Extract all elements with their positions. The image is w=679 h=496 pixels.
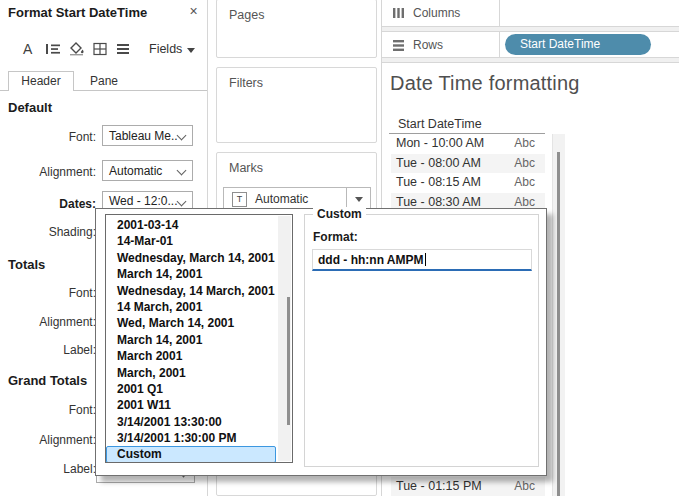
section-grand-totals-heading: Grand Totals xyxy=(8,373,87,388)
gt-alignment-label: Alignment: xyxy=(0,433,96,447)
format-panel-title: Format Start DateTime xyxy=(8,5,147,20)
list-item[interactable]: 2001 W11 xyxy=(106,397,276,413)
table-rows: Mon - 10:00 AMAbc Tue - 08:00 AMAbc Tue … xyxy=(391,134,545,212)
list-item[interactable]: Wed, March 14, 2001 xyxy=(106,315,276,331)
shading-bucket-icon[interactable] xyxy=(68,40,86,57)
chevron-down-icon xyxy=(177,197,187,207)
columns-shelf-label-area: Columns xyxy=(382,0,500,26)
list-item[interactable]: Wednesday, 14 March, 2001 xyxy=(106,283,276,299)
custom-group-legend: Custom xyxy=(313,207,366,221)
list-item[interactable]: 2001-03-14 xyxy=(106,217,276,233)
marks-label: Marks xyxy=(229,161,263,175)
start-datetime-pill[interactable]: Start DateTime xyxy=(505,34,651,55)
rows-label: Rows xyxy=(413,38,443,52)
fields-dropdown[interactable]: Fields xyxy=(149,42,195,56)
dropdown-caret-icon xyxy=(355,197,363,202)
font-icon[interactable]: A xyxy=(23,40,32,57)
table-scrollbar-thumb[interactable] xyxy=(557,152,560,496)
table-row[interactable]: Tue - 08:15 AMAbc xyxy=(391,173,545,193)
text-mark-icon: T xyxy=(232,192,247,207)
dates-label: Dates: xyxy=(0,197,96,211)
list-item[interactable]: 3/14/2001 1:30:00 PM xyxy=(106,430,276,446)
list-item[interactable]: Wednesday, March 14, 2001 xyxy=(106,250,276,266)
text-caret xyxy=(425,253,426,266)
chevron-down-icon xyxy=(177,131,187,141)
font-label: Font: xyxy=(0,130,96,144)
list-item[interactable]: 3/14/2001 13:30:00 xyxy=(106,414,276,430)
table-row[interactable]: Tue - 08:00 AMAbc xyxy=(391,154,545,174)
list-item[interactable]: March 14, 2001 xyxy=(106,332,276,348)
table-column-header[interactable]: Start DateTime xyxy=(398,117,482,131)
alignment-label: Alignment: xyxy=(0,165,96,179)
gt-label-label: Label: xyxy=(0,462,96,476)
columns-icon xyxy=(392,7,405,19)
fields-caret-icon xyxy=(187,48,195,53)
list-item[interactable]: March 2001 xyxy=(106,348,276,364)
filters-card[interactable]: Filters xyxy=(216,67,377,143)
date-format-popup: 2001-03-14 14-Mar-01 Wednesday, March 14… xyxy=(95,208,547,476)
abc-type-label: Abc xyxy=(514,154,535,174)
gt-font-label: Font: xyxy=(0,403,96,417)
tab-pane[interactable]: Pane xyxy=(78,74,130,90)
section-totals-heading: Totals xyxy=(8,257,45,272)
totals-alignment-label: Alignment: xyxy=(0,315,96,329)
columns-shelf[interactable]: Columns xyxy=(382,0,679,27)
rows-icon xyxy=(392,39,405,51)
shading-label: Shading: xyxy=(0,225,96,239)
font-combo[interactable]: Tableau Me.. xyxy=(102,125,193,146)
table-row[interactable]: Tue - 01:15 PMAbc xyxy=(391,477,545,496)
totals-font-label: Font: xyxy=(0,286,96,300)
chevron-down-icon xyxy=(177,166,187,176)
pages-label: Pages xyxy=(229,8,264,22)
list-item[interactable]: March, 2001 xyxy=(106,365,276,381)
list-scrollbar-thumb[interactable] xyxy=(287,297,290,425)
filters-label: Filters xyxy=(229,76,263,90)
custom-group-box: Custom Format: ddd - hh:nn AMPM xyxy=(304,214,539,467)
pages-card[interactable]: Pages xyxy=(216,0,377,58)
custom-format-input[interactable]: ddd - hh:nn AMPM xyxy=(312,249,532,271)
table-row[interactable]: Mon - 10:00 AMAbc xyxy=(391,134,545,154)
alignment-combo[interactable]: Automatic xyxy=(102,160,193,181)
abc-type-label: Abc xyxy=(514,173,535,193)
table-scrollbar[interactable] xyxy=(552,134,565,496)
borders-icon[interactable] xyxy=(93,40,107,57)
totals-label-label: Label: xyxy=(0,343,96,357)
list-item[interactable]: 14-Mar-01 xyxy=(106,233,276,249)
lines-icon[interactable] xyxy=(116,40,130,57)
list-item[interactable]: 14 March, 2001 xyxy=(106,299,276,315)
tableau-window: Format Start DateTime × A Fields Header … xyxy=(0,0,679,496)
fields-label: Fields xyxy=(149,42,182,56)
list-item-selected[interactable]: Custom xyxy=(106,446,276,462)
section-default-heading: Default xyxy=(8,100,52,115)
tab-header[interactable]: Header xyxy=(8,71,74,91)
list-item[interactable]: 2001 Q1 xyxy=(106,381,276,397)
sheet-title: Date Time formatting xyxy=(390,72,580,95)
format-label: Format: xyxy=(313,230,358,244)
close-icon[interactable]: × xyxy=(185,3,202,20)
alignment-icon[interactable] xyxy=(45,40,61,57)
date-format-list[interactable]: 2001-03-14 14-Mar-01 Wednesday, March 14… xyxy=(105,214,293,463)
columns-label: Columns xyxy=(413,6,460,20)
abc-type-label: Abc xyxy=(514,477,535,496)
abc-type-label: Abc xyxy=(514,134,535,154)
rows-shelf-label-area: Rows xyxy=(382,32,500,57)
list-scrollbar[interactable] xyxy=(278,216,291,461)
list-item[interactable]: March 14, 2001 xyxy=(106,266,276,282)
